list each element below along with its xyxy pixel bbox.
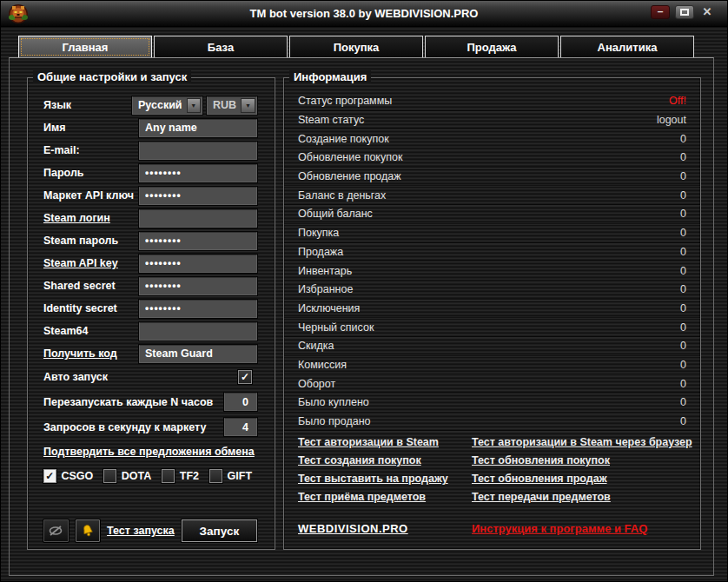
info-row: Покупка 0	[284, 224, 700, 243]
language-label: Язык	[43, 99, 132, 111]
email-label: E-mail:	[43, 144, 139, 156]
test-receive-items-link[interactable]: Тест приёма предметов	[298, 491, 472, 503]
name-label: Имя	[43, 122, 139, 134]
steam64-row: Steam64	[28, 320, 275, 342]
test-update-sales-link[interactable]: Тест обновления продаж	[472, 473, 692, 485]
info-label: Было куплено	[298, 396, 369, 408]
shared-secret-input[interactable]	[139, 277, 257, 295]
chevron-down-icon[interactable]: ▼	[187, 98, 201, 113]
get-code-row: Получить код	[28, 342, 275, 365]
get-code-link[interactable]: Получить код	[43, 347, 139, 360]
market-api-key-input[interactable]	[139, 187, 257, 205]
info-label: Комиссия	[298, 359, 347, 371]
identity-secret-row: Identity secret	[28, 297, 275, 320]
gift-checkbox[interactable]	[209, 469, 222, 483]
info-row: Обновление покупок 0	[284, 149, 700, 168]
info-row: Баланс в деньгах 0	[284, 186, 700, 205]
info-row: Продажа 0	[284, 243, 700, 262]
password-row: Пароль	[28, 162, 275, 184]
dota-checkbox[interactable]	[103, 469, 116, 483]
password-input[interactable]	[139, 164, 257, 182]
info-row-program-status: Статус программы Off!	[284, 92, 700, 111]
maximize-button[interactable]	[675, 5, 694, 19]
games-row: ✓ CSGO DOTA TF2 GIFT	[28, 464, 275, 488]
bell-icon	[79, 522, 96, 539]
run-button[interactable]: Запуск	[182, 519, 257, 542]
steam64-input[interactable]	[139, 322, 257, 341]
name-input[interactable]	[139, 119, 257, 137]
shared-secret-row: Shared secret	[28, 274, 275, 297]
tab-base[interactable]: База	[154, 36, 288, 57]
info-row: Создание покупок 0	[284, 129, 700, 149]
market-api-key-row: Маркет API ключ	[28, 184, 275, 207]
info-row: Исключения 0	[284, 300, 700, 319]
csgo-label: CSGO	[62, 470, 94, 482]
test-list-for-sale-link[interactable]: Тест выставить на продажу	[298, 473, 472, 485]
test-transfer-items-link[interactable]: Тест передачи предметов	[472, 491, 692, 503]
info-label: Исключения	[298, 302, 360, 314]
confirm-all-trades-link[interactable]: Подтвердить все предложения обмена	[43, 446, 255, 458]
info-label: Избранное	[298, 283, 353, 295]
autostart-checkbox[interactable]: ✓	[238, 370, 252, 384]
webdivision-site-link[interactable]: WEBDIVISION.PRO	[298, 522, 472, 535]
minimize-button[interactable]: –	[651, 5, 670, 19]
test-steam-auth-browser-link[interactable]: Тест авторизации в Steam через браузер	[472, 436, 692, 448]
test-update-buy-orders-link[interactable]: Тест обновления покупок	[472, 454, 692, 466]
info-value: 0	[680, 189, 686, 202]
info-value: 0	[680, 415, 686, 427]
hide-window-button[interactable]	[43, 519, 69, 542]
currency-select[interactable]: RUB ▼	[207, 96, 257, 115]
info-row: Обновление продаж 0	[284, 168, 700, 187]
notification-button[interactable]	[76, 519, 101, 542]
info-row: Инвентарь 0	[284, 261, 700, 281]
gift-label: GIFT	[228, 470, 252, 482]
chevron-down-icon[interactable]: ▼	[241, 98, 255, 113]
steam-password-input[interactable]	[139, 232, 257, 250]
steam-guard-input[interactable]	[139, 345, 257, 363]
steam-login-input[interactable]	[139, 209, 257, 228]
identity-secret-input[interactable]	[139, 300, 257, 318]
restart-hours-input[interactable]	[224, 393, 257, 411]
close-button[interactable]: ✕	[699, 5, 715, 19]
restart-row: Перезапускать каждые N часов	[28, 389, 275, 414]
info-label: Steam статус	[298, 114, 364, 126]
steam64-label: Steam64	[43, 325, 139, 337]
requests-per-second-input[interactable]	[224, 418, 257, 436]
info-row: Оборот 0	[284, 374, 700, 394]
steam-api-key-input[interactable]	[139, 255, 257, 273]
title-bar[interactable]: TM bot version 38.0 by WEBDIVISION.PRO –…	[1, 1, 727, 27]
steam-api-key-link[interactable]: Steam API key	[43, 257, 139, 269]
requests-row: Запросов в секунду к маркету	[28, 414, 275, 440]
confirm-trades-row: Подтвердить все предложения обмена	[28, 440, 275, 464]
tab-buy[interactable]: Покупка	[289, 36, 423, 57]
identity-secret-label: Identity secret	[43, 302, 139, 314]
info-label: Обновление покупок	[298, 151, 402, 163]
test-run-link[interactable]: Тест запуска	[107, 525, 175, 537]
info-label: Покупка	[298, 227, 339, 239]
info-label: Оборот	[298, 378, 335, 390]
tf2-checkbox[interactable]	[162, 469, 175, 483]
email-input[interactable]	[139, 142, 257, 160]
tab-main[interactable]: Главная	[18, 36, 152, 57]
info-value: 0	[680, 340, 686, 352]
info-value: 0	[680, 302, 686, 314]
tab-analytics[interactable]: Аналитика	[560, 36, 694, 57]
language-select[interactable]: Русский ▼	[132, 96, 202, 115]
test-steam-auth-link[interactable]: Тест авторизации в Steam	[298, 436, 472, 448]
autostart-row: Авто запуск ✓	[28, 365, 275, 389]
info-row: Было куплено 0	[284, 394, 700, 413]
info-value: 0	[680, 208, 686, 220]
info-value: 0	[680, 378, 686, 390]
test-create-buy-orders-link[interactable]: Тест создания покупок	[298, 454, 472, 466]
steam-password-label: Steam пароль	[43, 235, 139, 247]
app-window: TM bot version 38.0 by WEBDIVISION.PRO –…	[0, 0, 728, 582]
info-panel-title: Информация	[289, 70, 371, 83]
csgo-checkbox[interactable]: ✓	[43, 469, 56, 483]
language-row: Язык Русский ▼ RUB ▼	[28, 94, 275, 116]
tab-bar: Главная База Покупка Продажа Аналитика	[18, 36, 696, 57]
info-label: Статус программы	[298, 95, 392, 107]
manual-faq-link[interactable]: Инструкция к программе и FAQ	[472, 522, 686, 535]
steam-login-link[interactable]: Steam логин	[43, 212, 139, 224]
run-row: Тест запуска Запуск	[28, 519, 275, 542]
tab-sell[interactable]: Продажа	[425, 36, 559, 57]
